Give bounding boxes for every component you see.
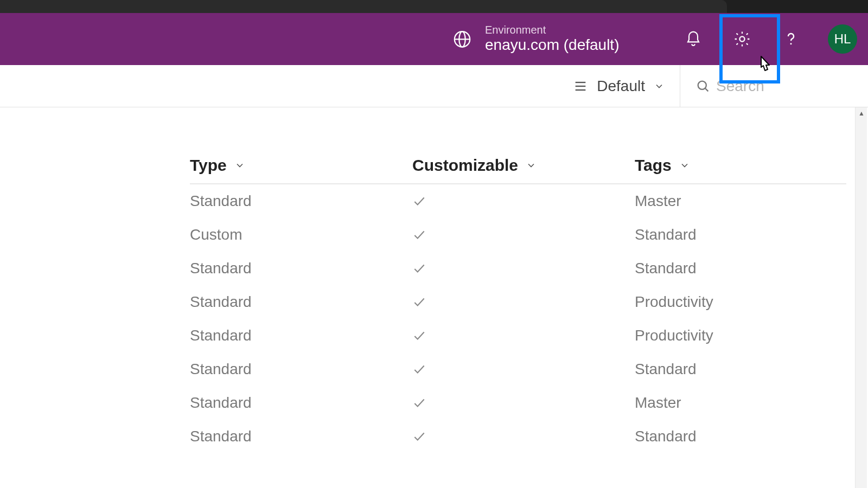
chevron-down-icon (679, 160, 690, 171)
table-body: StandardMasterCustomStandardStandardStan… (190, 184, 846, 453)
column-header-tags-label: Tags (635, 156, 672, 175)
environment-name: enayu.com (default) (485, 36, 619, 54)
globe-icon (450, 27, 474, 51)
cell-tags: Standard (635, 226, 846, 243)
user-avatar[interactable]: HL (828, 24, 857, 54)
table-row[interactable]: StandardStandard (190, 252, 846, 285)
cell-type: Standard (190, 192, 412, 210)
table-row[interactable]: StandardProductivity (190, 285, 846, 319)
data-table: Type Customizable Tags StandardMasterCus… (0, 107, 868, 453)
cell-customizable (412, 228, 635, 242)
environment-selector[interactable]: Environment enayu.com (default) (450, 24, 619, 54)
help-icon[interactable] (779, 27, 803, 51)
check-icon (412, 362, 426, 376)
list-icon (573, 79, 588, 94)
cell-customizable (412, 329, 635, 343)
check-icon (412, 194, 426, 208)
check-icon (412, 429, 426, 444)
column-header-type-label: Type (190, 156, 227, 175)
cell-customizable (412, 194, 635, 208)
column-header-tags[interactable]: Tags (635, 156, 846, 175)
content-area: Type Customizable Tags StandardMasterCus… (0, 107, 868, 488)
cell-type: Standard (190, 394, 412, 412)
check-icon (412, 228, 426, 242)
table-row[interactable]: StandardMaster (190, 184, 846, 218)
app-header: Environment enayu.com (default) HL (0, 13, 868, 65)
search-input[interactable] (716, 78, 857, 95)
cell-tags: Productivity (635, 327, 846, 344)
notifications-icon[interactable] (681, 27, 705, 51)
table-row[interactable]: CustomStandard (190, 218, 846, 252)
cell-type: Standard (190, 327, 412, 344)
view-picker[interactable]: Default (573, 78, 665, 95)
cell-customizable (412, 396, 635, 410)
scrollbar-vertical[interactable]: ▲ (855, 107, 867, 488)
cell-tags: Master (635, 394, 846, 412)
svg-line-9 (705, 88, 709, 91)
cell-customizable (412, 429, 635, 444)
column-header-customizable-label: Customizable (412, 156, 518, 175)
cell-tags: Standard (635, 361, 846, 378)
chevron-down-icon (234, 160, 245, 171)
table-row[interactable]: StandardStandard (190, 420, 846, 453)
check-icon (412, 295, 426, 309)
avatar-initials: HL (834, 31, 851, 47)
svg-point-4 (790, 43, 792, 44)
cell-type: Standard (190, 428, 412, 445)
chevron-down-icon (654, 81, 665, 92)
cell-tags: Master (635, 192, 846, 210)
cell-type: Custom (190, 226, 412, 243)
cell-customizable (412, 295, 635, 309)
cell-customizable (412, 261, 635, 275)
chevron-down-icon (526, 160, 537, 171)
command-bar: Default (0, 65, 868, 107)
scroll-up-arrow-icon[interactable]: ▲ (856, 107, 867, 119)
browser-tab-edge (0, 0, 727, 13)
cell-tags: Productivity (635, 293, 846, 311)
check-icon (412, 261, 426, 275)
settings-gear-icon[interactable] (730, 27, 754, 51)
table-row[interactable]: StandardProductivity (190, 319, 846, 352)
cell-tags: Standard (635, 260, 846, 277)
column-header-type[interactable]: Type (190, 156, 412, 175)
cell-type: Standard (190, 260, 412, 277)
view-picker-label: Default (597, 78, 645, 95)
check-icon (412, 396, 426, 410)
table-row[interactable]: StandardMaster (190, 386, 846, 420)
environment-label: Environment (485, 24, 619, 36)
check-icon (412, 329, 426, 343)
cell-type: Standard (190, 361, 412, 378)
cell-type: Standard (190, 293, 412, 311)
browser-chrome-strip (0, 0, 868, 13)
table-header-row: Type Customizable Tags (190, 156, 846, 184)
cell-customizable (412, 362, 635, 376)
column-header-customizable[interactable]: Customizable (412, 156, 635, 175)
cell-tags: Standard (635, 428, 846, 445)
table-row[interactable]: StandardStandard (190, 352, 846, 386)
svg-point-3 (739, 36, 744, 41)
search-icon (695, 79, 711, 94)
search-box[interactable] (680, 65, 857, 107)
